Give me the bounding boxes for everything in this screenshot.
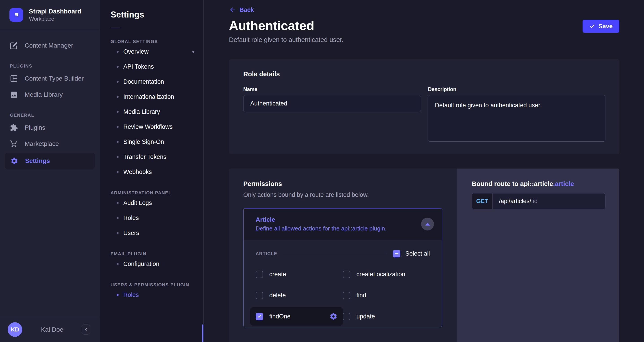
name-value: Authenticated <box>250 100 287 107</box>
puzzle-icon <box>10 124 18 132</box>
save-label: Save <box>598 23 612 30</box>
action-update: update <box>343 306 430 327</box>
sidebar-item-settings[interactable]: Settings <box>5 153 95 169</box>
subnav-item-single-sign-on[interactable]: Single Sign-On <box>100 134 204 149</box>
article-accordion-header[interactable]: Article Define all allowed actions for t… <box>244 208 442 240</box>
bullet-icon <box>116 111 118 113</box>
sidebar-item-media-library[interactable]: Media Library <box>0 87 100 103</box>
action-label: create <box>269 271 286 278</box>
avatar[interactable]: KD <box>8 322 22 337</box>
subnav-item-label: Single Sign-On <box>123 138 164 145</box>
bullet-icon <box>116 263 118 265</box>
check-icon <box>589 23 595 29</box>
pen-square-icon <box>10 42 18 50</box>
check-icon <box>257 314 262 319</box>
subnav-item-admin-roles[interactable]: Roles <box>100 210 204 225</box>
collapse-sidebar-button[interactable]: ‹ <box>82 324 90 334</box>
accordion-collapse-button[interactable] <box>421 218 434 230</box>
action-label: find <box>356 292 366 299</box>
subnav-section-email-plugin: EMAIL PLUGIN Configuration <box>100 251 204 271</box>
subnav-section-global-settings: GLOBAL SETTINGS Overview API Tokens Docu… <box>100 39 204 180</box>
subnav-item-label: Users <box>123 230 139 236</box>
subnav-item-overview[interactable]: Overview <box>100 44 204 59</box>
select-all-label: Select all <box>405 250 430 257</box>
main-content: Back Authenticated Default role given to… <box>204 0 644 342</box>
subnav-item-label: API Tokens <box>123 63 154 70</box>
article-accordion-body: ARTICLE Select all create <box>244 240 442 327</box>
article-group-row: ARTICLE Select all <box>256 250 430 257</box>
createLocalization-checkbox[interactable] <box>343 271 350 278</box>
subnav-section-label: ADMINISTRATION PANEL <box>100 190 204 195</box>
subnav-item-webhooks[interactable]: Webhooks <box>100 164 204 180</box>
bullet-icon <box>116 126 118 128</box>
subnav-item-label: Internationalization <box>123 93 174 100</box>
page-header-text: Authenticated Default role given to auth… <box>229 18 344 44</box>
bound-route-title-accent: .article <box>553 180 574 187</box>
bullet-icon <box>116 217 118 219</box>
sidebar-nav: Content Manager PLUGINS Content-Type Bui… <box>0 30 100 317</box>
route-path-param: :id <box>531 198 538 205</box>
subnav-item-label: Transfer Tokens <box>123 154 166 160</box>
select-all-checkbox[interactable] <box>393 250 400 257</box>
back-link[interactable]: Back <box>229 6 254 14</box>
subnav-item-users[interactable]: Users <box>100 225 204 241</box>
delete-checkbox[interactable] <box>256 292 263 299</box>
subnav-title: Settings <box>100 10 204 20</box>
create-checkbox[interactable] <box>256 271 263 278</box>
action-label: delete <box>269 292 286 299</box>
description-textarea[interactable]: Default role given to authenticated user… <box>428 95 606 142</box>
workspace-header[interactable]: Strapi Dashboard Workplace <box>0 0 100 30</box>
sidebar-item-label: Plugins <box>25 124 45 131</box>
subnav-item-audit-logs[interactable]: Audit Logs <box>100 195 204 210</box>
sidebar-section-plugins: PLUGINS <box>0 64 100 69</box>
subnav-item-internationalization[interactable]: Internationalization <box>100 89 204 104</box>
subnav-item-documentation[interactable]: Documentation <box>100 74 204 89</box>
bullet-icon <box>116 81 118 83</box>
sidebar-item-marketplace[interactable]: Marketplace <box>0 136 100 152</box>
subnav-item-label: Roles <box>123 215 139 221</box>
bullet-icon <box>116 66 118 68</box>
sidebar-item-content-manager[interactable]: Content Manager <box>0 38 100 54</box>
permissions-section: Permissions Only actions bound by a rout… <box>229 169 619 342</box>
sidebar-item-plugins[interactable]: Plugins <box>0 120 100 136</box>
subnav-item-configuration[interactable]: Configuration <box>100 256 204 271</box>
description-label: Description <box>428 86 606 93</box>
subnav-item-api-tokens[interactable]: API Tokens <box>100 59 204 74</box>
image-icon <box>10 91 18 99</box>
subnav-item-review-workflows[interactable]: Review Workflows <box>100 119 204 134</box>
page-subtitle: Default role given to authenticated user… <box>229 36 344 44</box>
subnav-item-label: Roles <box>123 291 139 298</box>
findOne-checkbox[interactable] <box>256 313 263 320</box>
sidebar-item-content-type-builder[interactable]: Content-Type Builder <box>0 71 100 87</box>
action-find: find <box>343 285 430 306</box>
back-label: Back <box>240 7 254 14</box>
subnav-divider <box>110 28 121 28</box>
http-method-badge: GET <box>472 193 493 209</box>
findOne-settings-button[interactable] <box>330 312 338 320</box>
workspace-subtitle: Workplace <box>29 16 81 22</box>
action-create: create <box>256 264 343 285</box>
action-delete: delete <box>256 285 343 306</box>
bullet-icon <box>116 202 118 204</box>
subnav-item-label: Documentation <box>123 78 164 85</box>
subnav-item-media-library[interactable]: Media Library <box>100 104 204 119</box>
group-divider <box>284 254 386 254</box>
subnav-section-administration-panel: ADMINISTRATION PANEL Audit Logs Roles Us… <box>100 190 204 241</box>
action-findOne[interactable]: findOne <box>250 307 343 326</box>
update-checkbox[interactable] <box>343 313 350 320</box>
role-details-title: Role details <box>243 71 606 78</box>
subnav-item-label: Audit Logs <box>123 199 152 206</box>
article-accordion-title: Article <box>256 216 386 223</box>
subnav-item-transfer-tokens[interactable]: Transfer Tokens <box>100 149 204 164</box>
page-header: Authenticated Default role given to auth… <box>229 18 619 44</box>
find-checkbox[interactable] <box>343 292 350 299</box>
save-button[interactable]: Save <box>582 20 619 33</box>
settings-subnav: Settings GLOBAL SETTINGS Overview API To… <box>100 0 204 342</box>
role-details-card: Role details Name Authenticated Descript… <box>229 59 619 154</box>
action-label: findOne <box>269 313 290 320</box>
name-input[interactable]: Authenticated <box>243 95 421 112</box>
subnav-section-users-permissions-plugin: USERS & PERMISSIONS PLUGIN Roles <box>100 282 204 302</box>
permissions-subtitle: Only actions bound by a route are listed… <box>243 191 442 198</box>
subnav-item-up-roles[interactable]: Roles <box>100 287 204 302</box>
bullet-icon <box>116 51 118 53</box>
